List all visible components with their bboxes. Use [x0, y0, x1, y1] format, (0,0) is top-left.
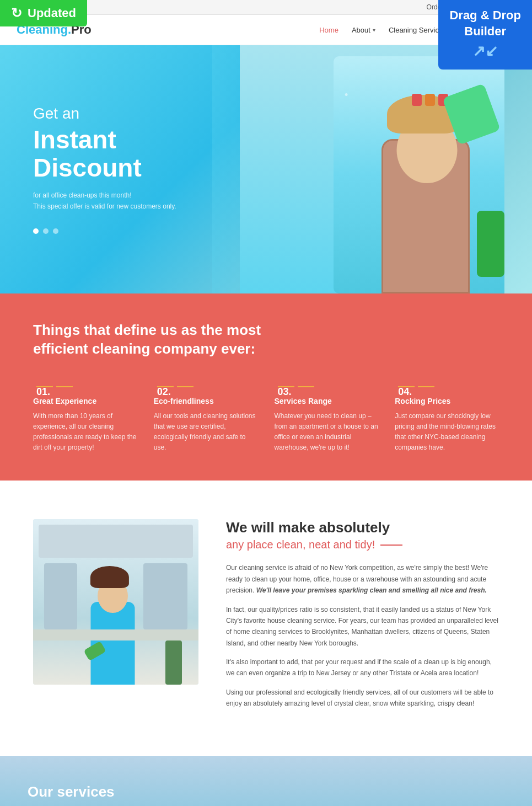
- nav-about-link[interactable]: About: [352, 26, 370, 34]
- hero-section: Get an Instant Discount for all office c…: [0, 45, 532, 293]
- about-title: We will make absolutely: [226, 519, 499, 536]
- feature-desc-3: Whatever you need to clean up – from an …: [275, 411, 379, 453]
- dnd-line2: Builder: [449, 24, 521, 40]
- nav-about[interactable]: About ▾: [352, 26, 375, 34]
- spray-bottle-illustration: [477, 211, 504, 277]
- services-section: Our services Move in/Move out Cle: [0, 756, 532, 806]
- feature-num-2: 02.: [154, 381, 258, 392]
- feature-num-3: 03.: [275, 381, 379, 392]
- feature-num-4: 04.: [395, 381, 499, 392]
- about-section: We will make absolutely any place clean,…: [0, 481, 532, 755]
- hero-dot-1[interactable]: [33, 228, 39, 234]
- feature-desc-1: With more than 10 years of experience, a…: [33, 411, 137, 453]
- hero-woman-illustration: 💧 • •: [240, 45, 504, 293]
- feature-desc-2: All our tools and cleaning solutions tha…: [154, 411, 258, 453]
- hero-content: Get an Instant Discount for all office c…: [33, 105, 221, 234]
- feature-item-3: 03. Services Range Whatever you need to …: [275, 381, 379, 453]
- hero-sub1: for all office clean-ups this month! Thi…: [33, 190, 221, 211]
- hero-dots: [33, 228, 221, 234]
- about-para-2: In fact, our quality/prices ratio is so …: [226, 604, 499, 649]
- about-image: [33, 519, 198, 685]
- feature-name-1: Great Experience: [33, 397, 137, 405]
- hero-title: Instant Discount: [33, 126, 221, 182]
- about-para-1: Our cleaning service is afraid of no New…: [226, 562, 499, 596]
- hero-image: 💧 • •: [212, 45, 532, 293]
- features-grid: 01. Great Experience With more than 10 y…: [33, 381, 499, 453]
- chevron-down-icon: ▾: [373, 27, 375, 33]
- feature-name-2: Eco-friendliness: [154, 397, 258, 405]
- hero-get-an: Get an: [33, 105, 221, 122]
- kitchen-background: [33, 519, 198, 685]
- nav-cleaning-services[interactable]: Cleaning Services: [389, 26, 447, 34]
- features-title: Things that define us as the most effici…: [33, 321, 309, 359]
- updated-label: Updated: [28, 6, 76, 20]
- feature-item-2: 02. Eco-friendliness All our tools and c…: [154, 381, 258, 453]
- feature-item-4: 04. Rocking Prices Just compare our shoc…: [395, 381, 499, 453]
- dnd-line1: Drag & Drop: [449, 8, 521, 24]
- feature-name-3: Services Range: [275, 397, 379, 405]
- refresh-icon: ↻: [11, 6, 22, 21]
- nav-home[interactable]: Home: [319, 26, 338, 34]
- dnd-badge: Drag & Drop Builder ↗↙: [438, 0, 532, 70]
- hero-dot-2[interactable]: [43, 228, 49, 234]
- hero-dot-3[interactable]: [53, 228, 58, 234]
- services-title: Our services: [17, 783, 515, 800]
- about-subtitle: any place clean, neat and tidy!: [226, 538, 499, 551]
- feature-item-1: 01. Great Experience With more than 10 y…: [33, 381, 137, 453]
- updated-badge: ↻ Updated: [0, 0, 87, 26]
- feature-name-4: Rocking Prices: [395, 397, 499, 405]
- about-text: We will make absolutely any place clean,…: [226, 519, 499, 717]
- arrows-icon: ↗↙: [449, 41, 521, 61]
- feature-desc-4: Just compare our shockingly low pricing …: [395, 411, 499, 453]
- feature-num-1: 01.: [33, 381, 137, 392]
- about-para-3: It's also important to add, that per you…: [226, 656, 499, 679]
- about-para-4: Using our professional and ecologically …: [226, 687, 499, 709]
- features-section: Things that define us as the most effici…: [0, 293, 532, 481]
